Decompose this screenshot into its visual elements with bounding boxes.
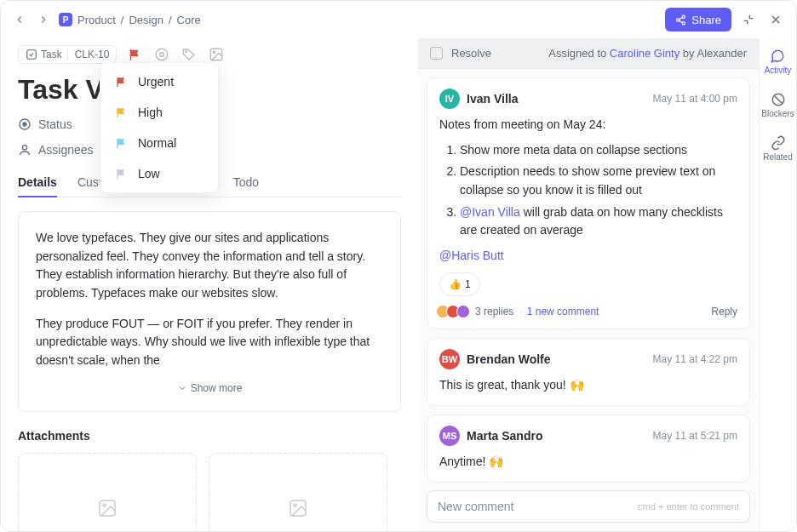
comment-body: This is great, thank you! 🙌	[439, 376, 737, 395]
svg-point-17	[103, 504, 106, 506]
comment-icon	[770, 49, 785, 64]
nav-back[interactable]	[11, 11, 28, 28]
sidebar-item-activity[interactable]: Activity	[761, 45, 795, 78]
right-sidebar: Activity Blockers Related	[759, 38, 796, 531]
comment-author: Ivan Villa	[467, 92, 518, 106]
comment-body: Anytime! 🙌	[439, 453, 737, 472]
share-button[interactable]: Share	[665, 8, 731, 31]
task-toolbar: Task CLK-10	[18, 45, 401, 64]
attachment-placeholder[interactable]	[209, 453, 387, 532]
reply-button[interactable]: Reply	[711, 306, 737, 317]
comment-body: Notes from meeting on May 24: Show more …	[439, 116, 737, 296]
priority-option-normal[interactable]: Normal	[100, 128, 218, 158]
breadcrumb: P Product / Design / Core	[59, 13, 201, 26]
svg-point-19	[294, 504, 296, 506]
avatar[interactable]: IV	[439, 89, 460, 109]
attachment-placeholder[interactable]	[18, 453, 197, 532]
reply-count[interactable]: 3 replies	[475, 306, 513, 317]
priority-dropdown: Urgent High Normal Low	[100, 62, 219, 193]
svg-line-4	[679, 17, 683, 19]
comment-card: BW Brendan Wolfe May 11 at 4:22 pm This …	[427, 338, 750, 406]
person-icon	[18, 143, 32, 157]
attachments-heading: Attachments	[18, 429, 401, 443]
link-icon	[771, 135, 786, 151]
attachments-grid	[18, 453, 401, 532]
priority-option-high[interactable]: High	[100, 97, 218, 128]
thread-footer: 3 replies · 1 new comment Reply	[439, 305, 737, 318]
resolve-bar: Resolve Assigned to Caroline Ginty by Al…	[418, 38, 759, 69]
svg-point-14	[23, 123, 26, 126]
list-item: Description needs to show some preview t…	[460, 163, 737, 199]
comment-author: Marta Sandro	[467, 429, 542, 443]
comments-panel: Resolve Assigned to Caroline Ginty by Al…	[418, 38, 759, 531]
minimize-icon[interactable]	[738, 9, 759, 30]
priority-option-low[interactable]: Low	[100, 158, 218, 189]
svg-point-9	[157, 49, 169, 60]
sidebar-item-blockers[interactable]: Blockers	[758, 89, 797, 122]
svg-line-21	[774, 96, 782, 104]
svg-point-0	[682, 15, 685, 18]
thread-avatars	[439, 305, 470, 318]
breadcrumb-item[interactable]: Core	[177, 14, 201, 26]
svg-point-12	[214, 51, 215, 53]
flag-icon	[114, 106, 128, 119]
comment-timestamp: May 11 at 4:00 pm	[653, 93, 737, 105]
resolve-label: Resolve	[451, 47, 491, 60]
tag-icon[interactable]	[181, 47, 197, 62]
mention-link[interactable]: @Ivan Villa	[460, 205, 520, 219]
share-icon	[675, 14, 686, 26]
new-comment-input[interactable]: New comment cmd + enter to comment	[427, 490, 750, 523]
close-icon[interactable]	[765, 9, 786, 30]
svg-point-8	[160, 53, 164, 57]
shortcut-hint: cmd + enter to comment	[638, 501, 739, 512]
chevron-down-icon	[177, 383, 187, 393]
image-placeholder-icon	[97, 498, 118, 518]
image-icon[interactable]	[209, 47, 224, 62]
comment-timestamp: May 11 at 4:22 pm	[653, 353, 737, 365]
comment-card: MS Marta Sandro May 11 at 5:21 pm Anytim…	[427, 415, 750, 483]
breadcrumb-item[interactable]: Design	[129, 14, 163, 26]
avatar[interactable]: BW	[439, 349, 460, 369]
topbar-right: Share	[665, 8, 786, 31]
task-id: CLK-10	[67, 49, 110, 60]
resolve-checkbox[interactable]	[430, 47, 443, 60]
svg-point-2	[682, 21, 685, 24]
tab-todo[interactable]: Todo	[233, 169, 259, 197]
breadcrumb-item[interactable]: Product	[77, 14, 116, 26]
svg-point-10	[186, 51, 187, 53]
list-item: @Ivan Villa will grab data on how many c…	[460, 203, 737, 240]
flag-icon	[114, 75, 128, 89]
comment-author: Brendan Wolfe	[467, 352, 551, 366]
block-icon	[771, 92, 786, 107]
show-more-button[interactable]: Show more	[36, 382, 383, 394]
assignee-link[interactable]: Caroline Ginty	[610, 47, 679, 60]
flag-icon[interactable]	[127, 47, 142, 62]
sidebar-item-related[interactable]: Related	[760, 132, 795, 165]
list-item: Show more meta data on collapse sections	[460, 141, 737, 160]
status-icon	[18, 117, 32, 131]
topbar: P Product / Design / Core Share	[1, 1, 796, 38]
image-placeholder-icon	[288, 498, 308, 518]
svg-point-1	[677, 18, 679, 20]
task-type-chip[interactable]: Task CLK-10	[18, 45, 117, 64]
description-card[interactable]: We love typefaces. They give our sites a…	[18, 211, 401, 412]
description-text: They produce FOUT — or FOIT if you prefe…	[36, 315, 383, 370]
tab-custom[interactable]: Cust	[77, 169, 102, 197]
svg-line-3	[679, 20, 683, 22]
mention-link[interactable]: @Haris Butt	[439, 249, 504, 262]
avatar[interactable]: MS	[439, 426, 460, 446]
settings-icon[interactable]	[154, 47, 169, 62]
svg-rect-7	[27, 50, 37, 60]
flag-icon	[114, 167, 128, 180]
new-comment-count[interactable]: 1 new comment	[527, 306, 599, 317]
svg-point-15	[22, 146, 26, 150]
comment-timestamp: May 11 at 5:21 pm	[653, 430, 737, 442]
app-icon[interactable]: P	[59, 13, 72, 26]
checkbox-icon	[26, 49, 37, 60]
reaction-button[interactable]: 👍 1	[439, 272, 480, 297]
tab-details[interactable]: Details	[18, 169, 57, 197]
nav-forward[interactable]	[35, 11, 52, 28]
description-text: We love typefaces. They give our sites a…	[36, 229, 383, 303]
comment-card: IV Ivan Villa May 11 at 4:00 pm Notes fr…	[427, 77, 750, 329]
priority-option-urgent[interactable]: Urgent	[100, 66, 218, 97]
